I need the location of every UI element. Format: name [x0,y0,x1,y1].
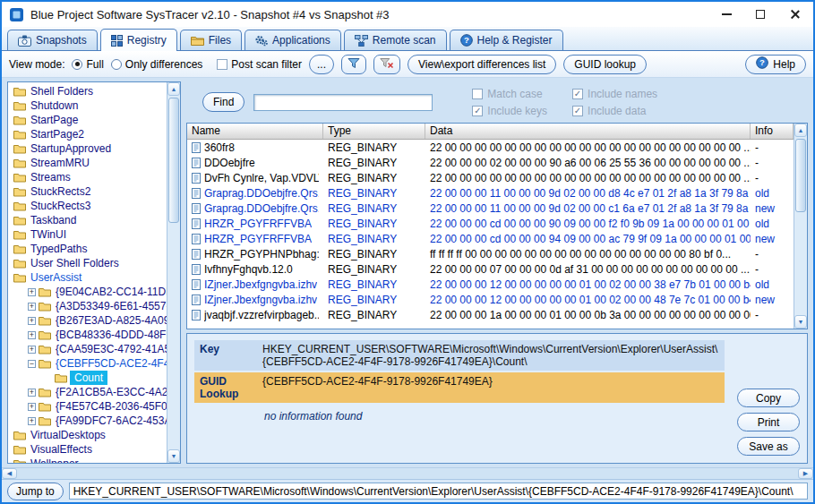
table-row[interactable]: DDOebjfreREG_BINARY22 00 00 00 02 00 00 … [187,155,794,170]
tree-item-taskband[interactable]: Taskband [8,213,167,227]
scroll-up-icon[interactable]: ▲ [794,124,807,137]
tree-item-f2a1cb5a-e3cc-4a2e-a[interactable]: +{F2A1CB5A-E3CC-4A2E-A [8,385,167,399]
tab-remote-scan[interactable]: Remote scan [344,30,447,50]
maximize-button[interactable] [743,4,777,25]
tree-item-shutdown[interactable]: Shutdown [8,98,167,113]
tree-item-startupapproved[interactable]: StartupApproved [8,141,167,156]
column-header-info[interactable]: Info [751,124,794,139]
table-row[interactable]: HRZR_PGYFRFFVBAREG_BINARY22 00 00 00 cd … [187,216,794,231]
jump-to-button[interactable]: Jump to [7,483,64,500]
table-scrollbar[interactable]: ▲ ▼ [794,124,807,329]
table-row[interactable]: HRZR_PGYPHNPbhag:p...REG_BINARYff ff ff … [187,246,794,261]
tree-item-f4e57c4b-2036-45f0-a9[interactable]: +{F4E57C4B-2036-45F0-A9 [8,399,167,414]
registry-path-field[interactable]: HKEY_CURRENT_USER\SOFTWARE\Microsoft\Win… [69,483,808,500]
remote-scan-icon [355,35,368,47]
scroll-down-icon[interactable]: ▼ [167,449,180,463]
tab-registry[interactable]: Registry [100,29,177,51]
expand-icon[interactable]: + [28,389,36,397]
table-row[interactable]: IZjner.Jbexfgngvba.izhvREG_BINARY22 00 0… [187,277,794,292]
column-header-type[interactable]: Type [323,124,425,139]
tree-item-streammru[interactable]: StreamMRU [8,156,167,170]
expand-icon[interactable]: + [28,403,36,411]
tree-item-stuckrects2[interactable]: StuckRects2 [8,184,167,199]
checkbox-include-keys[interactable]: ✓Include keys [472,105,547,117]
tree-item-b267e3ad-a825-4a09-8[interactable]: +{B267E3AD-A825-4A09-8 [8,313,167,328]
tree-item-visualeffects[interactable]: VisualEffects [8,442,167,457]
right-panel: Find Match case✓Include names✓Include ke… [186,81,808,464]
table-row[interactable]: IZjner.Jbexfgngvba.izhvREG_BINARY22 00 0… [187,292,794,307]
tree-item-typedpaths[interactable]: TypedPaths [8,242,167,256]
folder-icon [13,187,26,197]
table-row[interactable]: DvFh Cynlre, Vap.VDVLVREG_BINARY22 00 00… [187,170,794,185]
scroll-left-icon[interactable]: ◀ [2,468,17,479]
tab-applications[interactable]: Applications [244,30,341,50]
scroll-up-icon[interactable]: ▲ [167,82,180,96]
help-button[interactable]: ? Help [745,55,806,74]
checkbox-include-data[interactable]: ✓Include data [572,105,657,117]
checkbox-include-names[interactable]: ✓Include names [572,88,657,100]
collapse-icon[interactable]: − [28,360,36,368]
tree-item-caa59e3c-4792-41a5-9[interactable]: +{CAA59E3C-4792-41A5-9 [8,342,167,356]
tree-item-shell-folders[interactable]: Shell Folders [8,84,167,98]
horizontal-scrollbar[interactable]: ◀ ▶ [2,467,813,479]
tree-item-startpage[interactable]: StartPage [8,113,167,127]
expand-icon[interactable]: + [28,417,36,425]
find-button[interactable]: Find [202,92,244,112]
clear-filter-button[interactable] [373,55,400,74]
radio-full[interactable]: Full [72,58,103,71]
checkbox-match-case[interactable]: Match case [472,88,547,100]
table-scrollbar-thumb[interactable] [795,139,806,212]
tree-item-wallpaper[interactable]: Wallpaper [8,457,167,463]
radio-only-differences[interactable]: Only differences [111,58,203,71]
column-header-name[interactable]: Name [187,124,323,139]
tree-item-startpage2[interactable]: StartPage2 [8,127,167,141]
copy-button[interactable]: Copy [737,389,800,407]
tree-item-streams[interactable]: Streams [8,170,167,184]
tree-scrollbar[interactable]: ▲ ▼ [167,82,180,463]
table-row[interactable]: Graprag.DDOebjfre.Qrs...REG_BINARY22 00 … [187,201,794,216]
expand-icon[interactable]: + [28,346,36,354]
table-row[interactable]: Graprag.DDOebjfre.Qrs...REG_BINARY22 00 … [187,185,794,201]
tree-item-a3d53349-6e61-4557-8f[interactable]: +{A3D53349-6E61-4557-8F [8,299,167,313]
scroll-right-icon[interactable]: ▶ [798,468,813,479]
table-row[interactable]: IvfhnyFghqvb.12.0REG_BINARY22 00 00 00 0… [187,261,794,277]
minimize-button[interactable] [709,4,743,25]
save-as-button[interactable]: Save as [737,437,800,456]
find-input[interactable] [253,94,433,111]
expand-icon[interactable]: + [28,331,36,339]
column-header-data[interactable]: Data [425,124,751,139]
tree-item-stuckrects3[interactable]: StuckRects3 [8,199,167,213]
filter-button[interactable] [341,55,366,74]
tree-item-fa99dfc7-6ac2-453a-a[interactable]: +{FA99DFC7-6AC2-453A-A [8,414,167,428]
ellipsis-button[interactable]: ... [309,55,334,74]
expand-icon[interactable]: + [28,288,36,296]
close-button[interactable] [777,4,811,25]
tab-snapshots[interactable]: Snapshots [7,30,98,50]
tree-item-label: Count [70,371,107,385]
tree-item-count[interactable]: Count [8,371,167,385]
guid-lookup-button[interactable]: GUID lookup [563,55,647,74]
table-row[interactable]: HRZR_PGYFRFFVBAREG_BINARY22 00 00 00 cd … [187,231,794,246]
tree-item-9e04cab2-cc14-11df-b[interactable]: +{9E04CAB2-CC14-11DF-B [8,285,167,299]
tab-files[interactable]: Files [180,30,242,50]
view-export-differences-button[interactable]: View\export differences list [408,55,556,74]
tree-item-userassist[interactable]: UserAssist [8,270,167,285]
table-row[interactable]: jvaqbjf.vzzrefvirpbageb...REG_BINARY22 0… [187,307,794,322]
tree-item-bcb48336-4ddd-48ff-b[interactable]: +{BCB48336-4DDD-48FF-B [8,328,167,342]
folder-icon [13,445,26,455]
radio-full-label: Full [86,58,103,71]
tree-item-user-shell-folders[interactable]: User Shell Folders [8,256,167,270]
tree-item-label: StuckRects3 [29,200,92,212]
print-button[interactable]: Print [737,413,800,431]
tree-scrollbar-thumb[interactable] [168,98,179,223]
post-scan-filter-checkbox[interactable]: Post scan filter [217,58,302,71]
tree-item-cebff5cd-ace2-4f4f-9[interactable]: −{CEBFF5CD-ACE2-4F4F-9 [8,356,167,371]
folder-icon [13,201,26,211]
table-row[interactable]: 360fr8REG_BINARY22 00 00 00 00 00 00 00 … [187,140,794,155]
tab-help-register[interactable]: ?Help & Register [450,30,563,50]
expand-icon[interactable]: + [28,303,36,311]
tree-item-twinui[interactable]: TWinUI [8,227,167,242]
scroll-down-icon[interactable]: ▼ [794,315,807,329]
tree-item-virtualdesktops[interactable]: VirtualDesktops [8,428,167,442]
expand-icon[interactable]: + [28,317,36,325]
